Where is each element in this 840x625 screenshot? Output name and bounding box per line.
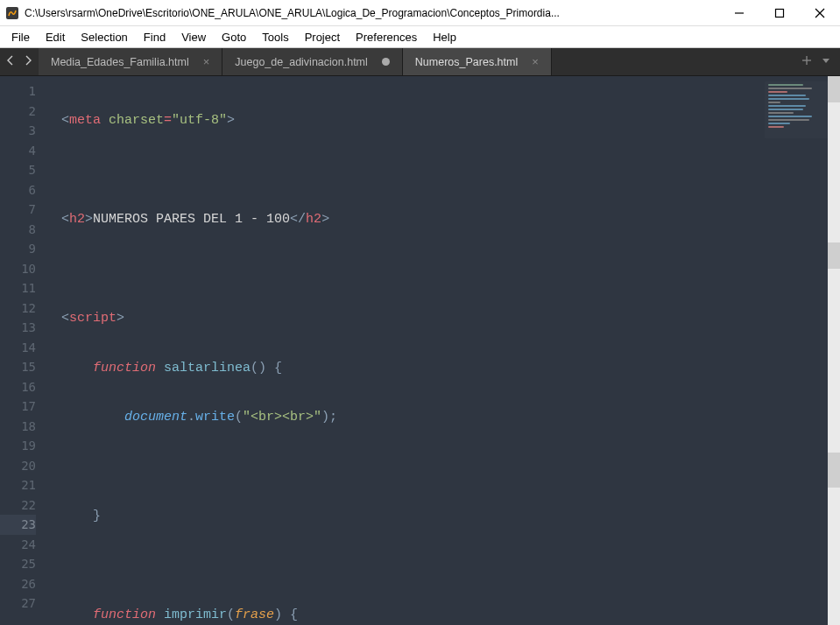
close-icon[interactable]: × [203,55,210,68]
code-line: function saltarlinea() { [48,359,840,379]
code-area[interactable]: <meta charset="utf-8"> <h2>NUMEROS PARES… [48,76,840,625]
minimize-button[interactable] [719,0,759,26]
tab-menu-icon[interactable] [821,55,831,68]
line-number: 4 [0,141,36,161]
code-line: <script> [48,309,840,329]
nav-back-icon[interactable] [5,55,16,68]
line-gutter: 1234567891011121314151617181920212223242… [0,76,48,625]
line-number: 27 [0,593,36,614]
line-number: 21 [0,475,36,495]
menu-project[interactable]: Project [297,28,348,46]
line-number: 15 [0,357,36,377]
scrollbar-thumb[interactable] [828,242,840,269]
menu-find[interactable]: Find [136,28,173,46]
svg-rect-2 [776,9,784,17]
tab-label: Numeros_Pares.html [415,56,518,68]
tab-media-edades[interactable]: Media_Edades_Familia.html × [39,48,222,75]
line-number: 14 [0,338,36,358]
editor[interactable]: 1234567891011121314151617181920212223242… [0,76,840,625]
dirty-indicator-icon [382,58,390,66]
line-number: 10 [0,259,36,279]
line-number: 24 [0,535,36,555]
line-number: 17 [0,397,36,417]
line-number: 5 [0,160,36,180]
minimap[interactable] [765,81,835,138]
code-line [48,458,840,478]
code-line [48,260,840,280]
code-line: <meta charset="utf-8"> [48,111,840,131]
titlebar: C:\Users\rsarm\OneDrive\Escritorio\ONE_A… [0,0,840,26]
close-icon[interactable]: × [532,55,539,68]
menubar: File Edit Selection Find View Goto Tools… [0,26,840,48]
line-number: 26 [0,574,36,594]
line-number: 22 [0,495,36,516]
close-button[interactable] [800,0,840,26]
line-number: 11 [0,278,36,298]
nav-forward-icon[interactable] [23,55,33,68]
page-scrollbar[interactable] [829,76,840,625]
line-number: 7 [0,200,36,220]
menu-tools[interactable]: Tools [254,28,296,46]
menu-help[interactable]: Help [425,28,464,46]
line-number: 1 [0,81,36,102]
tab-actions [793,48,840,75]
line-number: 23 [0,515,36,535]
line-number: 19 [0,436,36,456]
tab-nav-arrows [0,48,39,75]
line-number: 16 [0,377,36,397]
tabbar: Media_Edades_Familia.html × Juego_de_adi… [0,48,840,76]
line-number: 2 [0,102,36,122]
menu-goto[interactable]: Goto [214,28,254,46]
code-line: } [48,507,840,527]
tab-juego-adivinacion[interactable]: Juego_de_adivinacion.html [222,48,403,75]
line-number: 6 [0,180,36,200]
maximize-button[interactable] [759,0,800,26]
new-tab-icon[interactable] [801,55,812,68]
line-number: 8 [0,220,36,240]
scrollbar-thumb[interactable] [828,76,840,102]
window-controls [719,0,840,26]
menu-preferences[interactable]: Preferences [348,28,425,46]
menu-selection[interactable]: Selection [73,28,135,46]
scrollbar-track[interactable] [828,76,840,625]
menu-edit[interactable]: Edit [38,28,73,46]
line-number: 18 [0,417,36,437]
tab-label: Media_Edades_Familia.html [51,56,189,68]
app-icon [5,6,19,20]
line-number: 9 [0,239,36,259]
code-line: function imprimir(frase) { [48,606,840,625]
line-number: 13 [0,318,36,338]
menu-view[interactable]: View [173,28,214,46]
line-number: 12 [0,298,36,319]
tab-label: Juego_de_adivinacion.html [235,56,368,68]
code-line [48,161,840,181]
code-line: <h2>NUMEROS PARES DEL 1 - 100</h2> [48,210,840,230]
line-number: 3 [0,121,36,141]
window-title: C:\Users\rsarm\OneDrive\Escritorio\ONE_A… [25,7,719,19]
scrollbar-thumb[interactable] [828,453,840,488]
line-number: 20 [0,456,36,476]
menu-file[interactable]: File [4,28,38,46]
line-number: 25 [0,554,36,574]
tab-numeros-pares[interactable]: Numeros_Pares.html × [403,48,552,75]
code-line: document.write("<br><br>"); [48,408,840,428]
code-line [48,557,840,577]
